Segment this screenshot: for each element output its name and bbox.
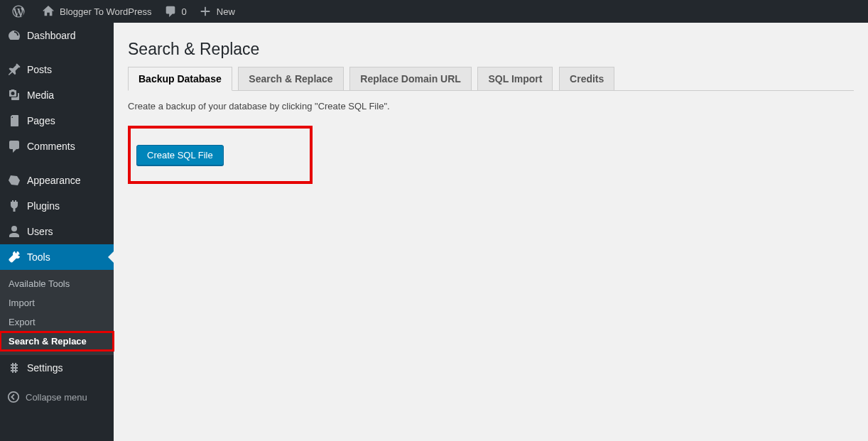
submenu-label: Export: [9, 317, 36, 327]
user-icon: [7, 224, 21, 239]
sidebar-item-posts[interactable]: Posts: [0, 57, 114, 82]
sidebar-item-users[interactable]: Users: [0, 219, 114, 244]
sidebar-item-label: Media: [27, 89, 54, 101]
svg-point-0: [9, 392, 18, 402]
home-icon: [41, 4, 55, 18]
sidebar-item-label: Tools: [27, 251, 50, 263]
admin-bar: Blogger To WordPress 0 New: [0, 0, 868, 23]
page-icon: [7, 114, 21, 128]
appearance-icon: [7, 173, 21, 187]
tab-search-replace[interactable]: Search & Replace: [238, 67, 343, 90]
tab-backup-database[interactable]: Backup Database: [128, 67, 232, 91]
sidebar-item-label: Comments: [27, 141, 75, 152]
sidebar-item-label: Posts: [27, 64, 52, 75]
sidebar-item-settings[interactable]: Settings: [0, 355, 114, 381]
backup-description: Create a backup of your database by clic…: [128, 101, 854, 111]
collapse-icon: [7, 391, 20, 403]
sidebar-item-label: Settings: [27, 362, 63, 374]
sidebar-item-label: Plugins: [27, 200, 60, 212]
sidebar-item-dashboard[interactable]: Dashboard: [0, 23, 114, 48]
media-icon: [7, 88, 21, 102]
sidebar-item-appearance[interactable]: Appearance: [0, 168, 114, 193]
submenu-search-replace[interactable]: Search & Replace: [0, 332, 114, 351]
sidebar-item-comments[interactable]: Comments: [0, 134, 114, 159]
nav-tabs: Backup Database Search & Replace Replace…: [128, 66, 854, 91]
sidebar-item-label: Dashboard: [27, 30, 76, 41]
plugin-icon: [7, 199, 21, 213]
wordpress-icon: [11, 4, 26, 18]
new-link[interactable]: New: [192, 0, 241, 23]
sidebar-item-tools[interactable]: Tools: [0, 244, 114, 270]
plus-icon: [198, 4, 212, 18]
sidebar-item-label: Pages: [27, 115, 55, 126]
dashboard-icon: [7, 28, 21, 43]
tab-sql-import[interactable]: SQL Import: [477, 67, 553, 90]
collapse-label: Collapse menu: [26, 392, 87, 403]
sidebar-item-label: Appearance: [27, 175, 81, 186]
highlight-box: Create SQL File: [128, 126, 313, 184]
comments-link[interactable]: 0: [158, 0, 192, 23]
sidebar-item-label: Users: [27, 226, 53, 237]
submenu-label: Available Tools: [9, 278, 70, 289]
submenu-export[interactable]: Export: [0, 312, 114, 332]
sidebar-item-pages[interactable]: Pages: [0, 108, 114, 134]
wp-logo[interactable]: [6, 0, 36, 23]
comments-icon: [7, 139, 21, 153]
site-title: Blogger To WordPress: [60, 6, 152, 17]
admin-sidebar: Dashboard Posts Media Pages Comments App…: [0, 23, 114, 441]
submenu-label: Search & Replace: [9, 336, 87, 347]
new-label: New: [217, 6, 235, 17]
main-content: Search & Replace Backup Database Search …: [114, 23, 868, 441]
collapse-menu[interactable]: Collapse menu: [0, 385, 114, 409]
pin-icon: [7, 62, 21, 77]
tab-credits[interactable]: Credits: [559, 67, 614, 90]
submenu-label: Import: [9, 298, 35, 308]
sidebar-item-plugins[interactable]: Plugins: [0, 193, 114, 219]
create-sql-file-button[interactable]: Create SQL File: [136, 145, 224, 165]
tools-icon: [7, 250, 21, 264]
sidebar-item-media[interactable]: Media: [0, 82, 114, 108]
submenu-available-tools[interactable]: Available Tools: [0, 274, 114, 293]
page-title: Search & Replace: [128, 30, 854, 66]
tab-replace-domain-url[interactable]: Replace Domain URL: [349, 67, 472, 90]
site-name-link[interactable]: Blogger To WordPress: [36, 0, 158, 23]
comments-count: 0: [182, 6, 187, 17]
comment-icon: [163, 4, 178, 18]
settings-icon: [7, 361, 21, 375]
tools-submenu: Available Tools Import Export Search & R…: [0, 270, 114, 355]
submenu-import[interactable]: Import: [0, 293, 114, 312]
